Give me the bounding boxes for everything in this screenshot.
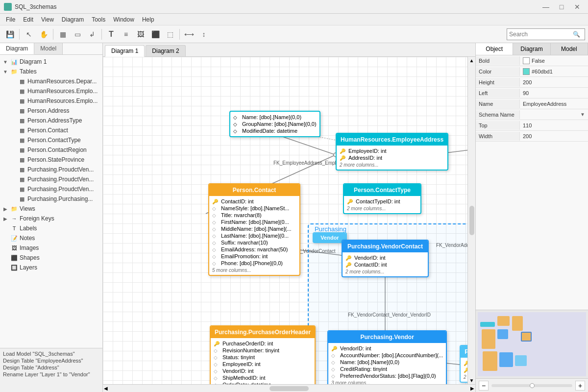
- menu-item-help[interactable]: Help: [138, 15, 158, 24]
- tree-item-layers[interactable]: 🔲 Layers: [0, 263, 102, 272]
- tree-item-views[interactable]: ▶ 📁 Views: [0, 204, 102, 214]
- menu-item-window[interactable]: Window: [109, 15, 138, 24]
- table-vendor-contact[interactable]: Purchasing.VendorContact 🔑VendorID: int …: [342, 240, 429, 277]
- app-title: SQL_3schemas: [15, 3, 56, 10]
- dropdown-arrow-icon[interactable]: ▼: [580, 112, 585, 117]
- view-button[interactable]: ▭: [71, 27, 84, 41]
- menu-item-diagram[interactable]: Diagram: [58, 15, 88, 24]
- tree-item-shapes[interactable]: ⬛ Shapes: [0, 253, 102, 263]
- menu-item-edit[interactable]: Edit: [19, 15, 37, 24]
- tree-item-icon: →: [10, 215, 18, 222]
- table-button[interactable]: ▦: [56, 27, 70, 41]
- prop-value-text: 90: [523, 90, 529, 96]
- tree-item-label: Layers: [20, 264, 100, 271]
- canvas-vertical-scrollbar[interactable]: ▲ ▼: [467, 57, 475, 384]
- menu-item-tools[interactable]: Tools: [88, 15, 109, 24]
- prop-value-text: 110: [523, 122, 532, 128]
- expand-icon: ▶: [2, 206, 9, 212]
- image-button[interactable]: 🖼: [134, 27, 147, 41]
- toolbar-separator-2: [53, 29, 53, 40]
- tree-item-purch_purchasing[interactable]: ▦ Purchasing.Purchasing...: [0, 194, 102, 204]
- select-tool-button[interactable]: ↖: [22, 27, 36, 41]
- table-person-contacttype[interactable]: Person.ContactType 🔑ContactTypeID: int 2…: [343, 183, 421, 214]
- table-header: Purchasing.Vendor: [328, 331, 446, 343]
- table-partial-top[interactable]: ◇Name: [dbo].[Name](0,0) ◇GroupName: [db…: [229, 111, 320, 137]
- tree-item-person_addrtype[interactable]: ▦ Person.AddressType: [0, 116, 102, 125]
- shape2-button[interactable]: ⬚: [163, 27, 177, 41]
- tab-model[interactable]: Model: [34, 43, 63, 54]
- table-person-contact[interactable]: Person.Contact 🔑ContactID: int ◇NameStyl…: [208, 183, 300, 276]
- app-icon: [4, 3, 12, 11]
- tree-item-person_stateprov[interactable]: ▦ Person.StateProvince: [0, 155, 102, 165]
- save-button[interactable]: 💾: [3, 27, 17, 41]
- tree-item-label: Foreign Keys: [20, 215, 100, 222]
- tree-item-label: Purchasing.ProudctVen...: [27, 166, 100, 173]
- tree-item-foreign_keys[interactable]: ▶ → Foreign Keys: [0, 214, 102, 223]
- prop-row-bold: Bold False: [476, 55, 588, 66]
- prop-value[interactable]: #60dbd1: [520, 67, 588, 76]
- tree-item-label: Purchasing.ProudctVen...: [27, 176, 100, 183]
- right-tab-object[interactable]: Object: [476, 43, 513, 55]
- tab-diagram[interactable]: Diagram: [0, 43, 34, 54]
- tree-item-diagram1[interactable]: ▼ 📊 Diagram 1: [0, 57, 102, 67]
- tree-item-hr_empl1[interactable]: ▦ HumanResources.Emplo...: [0, 86, 102, 96]
- log-item: Design Table "Address": [3, 364, 99, 371]
- zoom-button[interactable]: ↕: [197, 27, 211, 41]
- tree-item-labels[interactable]: T Labels: [0, 223, 102, 233]
- menu-item-view[interactable]: View: [37, 15, 58, 24]
- prop-label: Width: [476, 132, 520, 141]
- tree-item-person_contact[interactable]: ▦ Person.Contact: [0, 125, 102, 135]
- tree-item-label: Person.Contact: [27, 127, 100, 134]
- tree-item-purch_prodven2[interactable]: ▦ Purchasing.ProudctVen...: [0, 174, 102, 184]
- canvas-horizontal-scrollbar[interactable]: ◀ ▶: [103, 384, 475, 392]
- zoom-out-button[interactable]: −: [479, 381, 489, 391]
- tree-item-person_addr[interactable]: ▦ Person.Address: [0, 106, 102, 116]
- zoom-in-button[interactable]: +: [575, 381, 585, 391]
- table-employee-address[interactable]: HumanResources.EmployeeAddress 🔑Employee…: [336, 133, 448, 171]
- diagram-tab-0[interactable]: Diagram 1: [105, 45, 145, 57]
- purchasing-group-label: Purchasing: [315, 225, 346, 233]
- prop-value-text: #60dbd1: [532, 69, 553, 74]
- tree-item-icon: ▦: [18, 175, 26, 183]
- tree-item-purch_prodven3[interactable]: ▦ Purchasing.ProudctVen...: [0, 184, 102, 194]
- left-panel: Diagram Model ▼ 📊 Diagram 1 ▼ 📁 Tables ▦…: [0, 43, 103, 392]
- maximize-button[interactable]: □: [555, 2, 568, 12]
- table-header: HumanResources.EmployeeAddress: [337, 134, 447, 146]
- tree-item-tables[interactable]: ▼ 📁 Tables: [0, 67, 102, 76]
- main-layout: Diagram Model ▼ 📊 Diagram 1 ▼ 📁 Tables ▦…: [0, 43, 588, 392]
- tree-item-hr_depar[interactable]: ▦ HumanResources.Depar...: [0, 76, 102, 86]
- tree-item-person_contacttype[interactable]: ▦ Person.ContactType: [0, 135, 102, 145]
- tree-item-label: HumanResources.Emplo...: [27, 98, 100, 104]
- table-header: Purchasing.VendorAddress: [461, 346, 467, 358]
- tree-item-purch_prodven1[interactable]: ▦ Purchasing.ProudctVen...: [0, 165, 102, 174]
- toolbar: 💾 ↖ ✋ ▦ ▭ ↲ T ≡ 🖼 ⬛ ⬚ ⟷ ↕ 🔍: [0, 25, 588, 43]
- toolbar-separator: [19, 29, 20, 40]
- hand-tool-button[interactable]: ✋: [37, 27, 50, 41]
- right-tab-diagram[interactable]: Diagram: [513, 43, 550, 55]
- prop-value[interactable]: ▼: [520, 110, 588, 119]
- right-tab-model[interactable]: Model: [551, 43, 588, 55]
- prop-value[interactable]: False: [520, 56, 588, 66]
- table-vendor-address[interactable]: Purchasing.VendorAddress 🔑VendorID: int …: [460, 345, 467, 383]
- close-button[interactable]: ✕: [570, 2, 584, 12]
- tree-item-notes[interactable]: 📝 Notes: [0, 233, 102, 243]
- search-input[interactable]: [509, 31, 573, 38]
- tree-item-person_contactregion[interactable]: ▦ Person.ContactRegion: [0, 145, 102, 155]
- note-button[interactable]: ≡: [119, 27, 133, 41]
- zoom-fit-button[interactable]: ⟷: [182, 27, 196, 41]
- fk-button[interactable]: ↲: [85, 27, 99, 41]
- expand-icon: ▼: [2, 59, 9, 65]
- table-header: Person.ContactType: [344, 184, 420, 196]
- minimize-button[interactable]: —: [539, 2, 553, 12]
- shape-button[interactable]: ⬛: [148, 27, 162, 41]
- table-purchasing-vendor[interactable]: Purchasing.Vendor 🔑VendorID: int ◇Accoun…: [327, 330, 447, 384]
- prop-checkbox[interactable]: [523, 57, 530, 64]
- tree-item-hr_empl2[interactable]: ▦ HumanResources.Emplo...: [0, 96, 102, 106]
- diagram-canvas[interactable]: FK_EmployeeAddress_Employee_EmployeeID F…: [103, 57, 467, 384]
- diagram-tab-1[interactable]: Diagram 2: [146, 45, 185, 56]
- tree-item-label: Person.ContactRegion: [27, 147, 100, 153]
- menu-item-file[interactable]: File: [2, 15, 19, 24]
- table-purchase-order-header[interactable]: Purchasing.PurchaseOrderHeader 🔑Purchase…: [210, 325, 316, 384]
- tree-item-images[interactable]: 🖼 Images: [0, 243, 102, 253]
- text-button[interactable]: T: [104, 27, 118, 41]
